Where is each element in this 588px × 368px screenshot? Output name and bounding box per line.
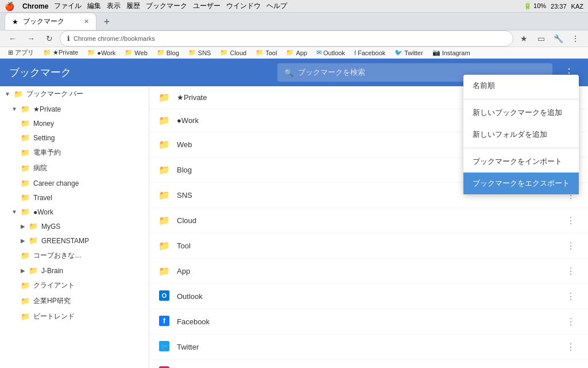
tab-close-button[interactable]: ✕ (84, 18, 89, 25)
folder-icon: 📁 (158, 215, 170, 226)
forward-button[interactable]: → (23, 30, 39, 47)
address-text: Chrome chrome://bookmarks (74, 35, 155, 42)
sidebar-item-client[interactable]: 📁 クライアント (0, 278, 149, 293)
menu-user[interactable]: ユーザー (193, 1, 220, 11)
sidebar-label: ブックマーク バー (26, 89, 83, 99)
menubar-left: 🍎 Chrome ファイル 編集 表示 履歴 ブックマーク ユーザー ウインドウ… (5, 1, 287, 11)
sidebar-item-bookmarks-bar[interactable]: ▼ 📁 ブックマーク バー (0, 86, 149, 102)
menu-bookmarks[interactable]: ブックマーク (146, 1, 187, 11)
dropdown-item-export[interactable]: ブックマークをエクスポート (463, 172, 579, 194)
twitter-favicon: 🐦 (158, 341, 170, 354)
bm-bar-web[interactable]: 📁Web (121, 48, 150, 57)
list-item[interactable]: 📁 Tool ⋮ (149, 233, 588, 259)
menu-history[interactable]: 履歴 (126, 1, 140, 11)
sidebar-label: ★Private (33, 105, 61, 113)
more-button[interactable]: ⋮ (563, 366, 579, 368)
app-name[interactable]: Chrome (22, 2, 48, 10)
more-button[interactable]: ⋮ (563, 264, 579, 278)
sidebar-item-jbrain[interactable]: ▶ 📁 J-Brain (0, 263, 149, 278)
folder-icon: 📁 (21, 119, 30, 128)
dropdown-menu: 名前順 新しいブックマークを追加 新しいフォルダを追加 ブックマークをインポート… (463, 86, 579, 194)
sidebar-label: ビートレンド (33, 312, 75, 321)
dropdown-item-add-folder[interactable]: 新しいフォルダを追加 (463, 124, 579, 145)
bm-bar-outlook[interactable]: ✉Outlook (313, 48, 349, 57)
folder-icon: 📁 (21, 208, 30, 216)
sidebar-item-setting[interactable]: 📁 Setting (0, 131, 149, 145)
sidebar-item-hospital[interactable]: 📁 病院 (0, 160, 149, 176)
dropdown-item-import[interactable]: ブックマークをインポート (463, 151, 579, 172)
bookmark-star[interactable]: ★ (516, 30, 532, 47)
item-name: Outlook (177, 292, 556, 301)
svg-text:🐦: 🐦 (161, 343, 168, 350)
sidebar-item-private[interactable]: ▼ 📁 ★Private (0, 102, 149, 116)
back-button[interactable]: ← (5, 30, 21, 47)
more-button[interactable]: ⋮ (563, 290, 579, 303)
dropdown-item-add-bookmark[interactable]: 新しいブックマークを追加 (463, 102, 579, 124)
sidebar-item-coop[interactable]: 📁 コープおきな… (0, 248, 149, 263)
bm-bar-tool[interactable]: 📁Tool (252, 48, 280, 57)
folder-icon: 📁 (29, 266, 38, 275)
list-item[interactable]: 📁 Cloud ⋮ (149, 208, 588, 233)
ext-button[interactable]: 🔧 (550, 30, 566, 47)
list-item[interactable]: Instagram ⋮ (149, 360, 588, 368)
sidebar-item-train[interactable]: 📁 電車予約 (0, 145, 149, 160)
sidebar-item-mygs[interactable]: ▶ 📁 MyGS (0, 219, 149, 233)
bm-bar-app[interactable]: 📁App (283, 48, 311, 57)
bm-bar-facebook[interactable]: fFacebook (351, 48, 389, 57)
item-name: Tool (177, 241, 556, 250)
cast-button[interactable]: ▭ (533, 30, 549, 47)
menu-edit[interactable]: 編集 (87, 1, 101, 11)
list-item[interactable]: 📁 App ⋮ (149, 259, 588, 284)
menu-window[interactable]: ウインドウ (226, 1, 261, 11)
menu-view[interactable]: 表示 (107, 1, 121, 11)
sidebar-item-company-hp[interactable]: 📁 企業HP研究 (0, 293, 149, 309)
sidebar-item-career[interactable]: 📁 Career change (0, 176, 149, 190)
folder-icon: 📁 (29, 236, 38, 245)
more-button[interactable]: ⋮ (563, 315, 579, 328)
list-item[interactable]: O Outlook ⋮ (149, 284, 588, 309)
folder-icon: 📁 (21, 312, 30, 321)
item-name: Twitter (177, 343, 556, 351)
list-item[interactable]: f Facebook ⋮ (149, 309, 588, 335)
folder-icon: 📁 (158, 164, 170, 175)
bm-bar-cloud[interactable]: 📁Cloud (216, 48, 250, 57)
bm-bar-work[interactable]: 📁●Work (84, 48, 119, 57)
time: 23:37 (551, 3, 567, 10)
menu-help[interactable]: ヘルプ (266, 1, 287, 11)
active-tab[interactable]: ★ ブックマーク ✕ (5, 13, 96, 30)
bm-bar-twitter[interactable]: 🐦Twitter (391, 48, 426, 57)
arrow-icon: ▼ (11, 209, 17, 215)
sidebar-item-greenstamp[interactable]: ▶ 📁 GREENSTAMP (0, 233, 149, 248)
sidebar-item-work[interactable]: ▼ 📁 ●Work (0, 205, 149, 219)
new-tab-button[interactable]: + (99, 14, 115, 30)
arrow-icon: ▶ (21, 237, 25, 244)
dropdown-item-sort[interactable]: 名前順 (463, 86, 579, 97)
sidebar-label: Travel (33, 194, 52, 202)
bm-bar-blog[interactable]: 📁Blog (153, 48, 183, 57)
more-button[interactable]: ⋮ (563, 239, 579, 252)
bm-bar-private[interactable]: 📁★Private (40, 48, 82, 57)
refresh-button[interactable]: ↻ (41, 30, 57, 47)
more-button[interactable]: ⋮ (563, 340, 579, 354)
bm-bar-instagram[interactable]: 📷Instagram (429, 48, 474, 57)
apple-menu[interactable]: 🍎 (5, 2, 14, 11)
more-button[interactable]: ⋮ (563, 214, 579, 227)
bm-bar-sns[interactable]: 📁SNS (185, 48, 215, 57)
folder-icon: 📁 (21, 105, 30, 113)
folder-icon: 📁 (158, 139, 170, 150)
sidebar-label: ●Work (33, 208, 53, 216)
sidebar-item-money[interactable]: 📁 Money (0, 116, 149, 131)
menu-file[interactable]: ファイル (54, 1, 82, 11)
bm-bar-apps[interactable]: ⊞アプリ (5, 47, 37, 58)
folder-icon: 📁 (21, 148, 30, 157)
arrow-icon: ▶ (21, 223, 25, 229)
folder-icon: 📁 (21, 193, 30, 202)
address-bar[interactable]: ℹ Chrome chrome://bookmarks (60, 30, 513, 47)
more-button[interactable]: ⋮ (567, 30, 583, 47)
address-icon: ℹ (67, 34, 70, 43)
list-item[interactable]: 🐦 Twitter ⋮ (149, 335, 588, 360)
arrow-icon: ▼ (5, 91, 10, 97)
sidebar-item-beattrend[interactable]: 📁 ビートレンド (0, 309, 149, 324)
page-title: ブックマーク (9, 66, 270, 79)
sidebar-item-travel[interactable]: 📁 Travel (0, 190, 149, 205)
